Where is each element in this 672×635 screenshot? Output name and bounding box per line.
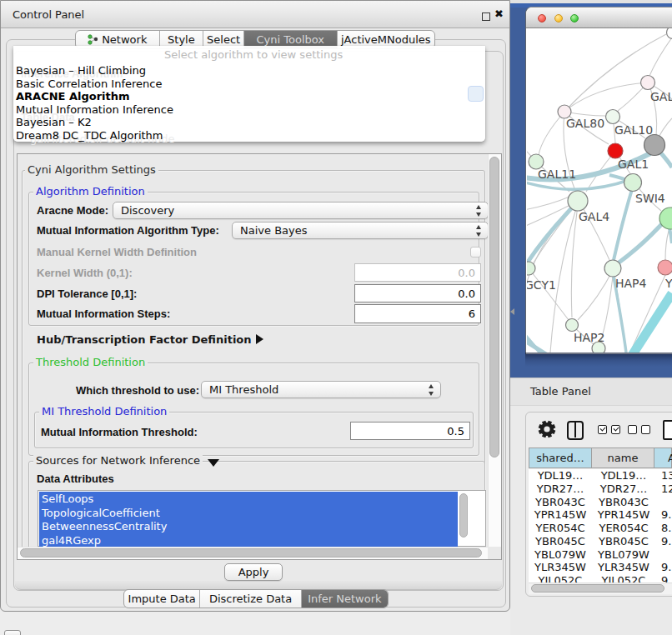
- list-scrollbar-thumb[interactable]: [459, 493, 468, 538]
- node-label: GAL10: [614, 123, 653, 137]
- control-panel-window: Control Panel ✖ Network Style Select Cyn…: [0, 0, 510, 612]
- network-icon: [88, 34, 98, 45]
- kernel-width-field[interactable]: 0.0: [354, 263, 481, 282]
- tab-impute-data[interactable]: Impute Data: [124, 590, 200, 608]
- node-label: GCY1: [527, 278, 556, 292]
- table-row[interactable]: YLR345WYLR345W9.: [529, 561, 672, 574]
- tab-infer-network[interactable]: Infer Network: [302, 590, 388, 608]
- node-label: Y: [664, 277, 672, 290]
- horizontal-scrollbar-thumb[interactable]: [20, 548, 482, 558]
- aracne-mode-combobox[interactable]: Discovery: [113, 202, 488, 219]
- manual-kernel-width-label: Manual Kernel Width Definition: [37, 246, 197, 258]
- table-row[interactable]: YBR045CYBR045C9.: [529, 535, 672, 548]
- column-header-shared-name[interactable]: shared…: [529, 448, 592, 468]
- close-icon[interactable]: ✖: [494, 8, 504, 20]
- collapse-arrow-icon[interactable]: [208, 459, 219, 467]
- popup-item[interactable]: Bayesian – Hill Climbing: [16, 64, 146, 77]
- data-attributes-label: Data Attributes: [37, 472, 114, 485]
- sources-title: Sources for Network Inference: [33, 455, 203, 467]
- network-window-titlebar[interactable]: [526, 8, 672, 28]
- list-item[interactable]: BetweennessCentrality: [42, 520, 167, 532]
- network-node-labels: GAL GAL80 GAL10 GAL1 GAL11 SWI4 GAL4 GCY…: [527, 90, 672, 344]
- algorithm-select-popup: Inference Algorithm Table Data galFilter…: [13, 46, 485, 142]
- popup-item[interactable]: Basic Correlation Inference: [16, 78, 162, 90]
- node-label: HAP4: [615, 277, 647, 290]
- unchecked-checkbox-icon[interactable]: [628, 425, 637, 434]
- node-label: HAP2: [574, 331, 604, 344]
- manual-kernel-width-checkbox[interactable]: [470, 247, 481, 258]
- control-panel-title: Control Panel: [13, 8, 84, 21]
- network-canvas[interactable]: GAL GAL80 GAL10 GAL1 GAL11 SWI4 GAL4 GCY…: [527, 28, 672, 352]
- settings-viewport: Cyni Algorithm Settings Algorithm Defini…: [18, 154, 488, 547]
- table-row[interactable]: YBL079WYBL079W: [529, 548, 672, 561]
- apply-button[interactable]: Apply: [224, 563, 283, 581]
- node-label: GAL11: [538, 168, 576, 181]
- hub-transcription-factor-label: Hub/Transcription Factor Definition: [37, 333, 252, 346]
- node-label: GAL: [650, 90, 672, 103]
- split-view-icon[interactable]: [567, 421, 584, 440]
- algorithm-definition-title: Algorithm Definition: [33, 186, 148, 198]
- popup-item[interactable]: Mutual Information Inference: [16, 103, 173, 116]
- popup-item[interactable]: Dream8 DC_TDC Algorithm: [16, 129, 163, 142]
- aracne-mode-label: Aracne Mode:: [37, 204, 108, 217]
- minimize-traffic-light[interactable]: [554, 14, 563, 22]
- combo-arrows-icon: [475, 205, 483, 217]
- column-header-third[interactable]: A: [654, 448, 672, 468]
- mi-steps-label: Mutual Information Steps:: [37, 308, 170, 320]
- which-threshold-combobox[interactable]: MI Threshold: [201, 381, 441, 398]
- table-hscrollbar-thumb[interactable]: [531, 584, 664, 592]
- mi-threshold-field[interactable]: 0.5: [350, 422, 470, 440]
- popup-item[interactable]: Bayesian – K2: [16, 116, 92, 128]
- combo-arrows-icon: [475, 225, 483, 237]
- mi-steps-field[interactable]: 6: [354, 304, 481, 323]
- list-item[interactable]: gal4RGexp: [42, 534, 101, 547]
- checked-checkbox-icon[interactable]: [598, 425, 607, 434]
- mi-algorithm-type-combobox[interactable]: Naive Bayes: [232, 222, 488, 239]
- network-window-shadow: [525, 352, 672, 367]
- list-item[interactable]: SelfLoops: [42, 492, 93, 505]
- vertical-scrollbar-thumb[interactable]: [489, 157, 499, 458]
- mi-algorithm-type-label: Mutual Information Algorithm Type:: [37, 224, 219, 237]
- unchecked-checkbox-icon[interactable]: [641, 425, 650, 434]
- table-row[interactable]: YDL19…YDL19…13: [529, 469, 672, 482]
- which-threshold-label: Which threshold to use:: [76, 384, 199, 397]
- node-label: GAL1: [618, 158, 649, 171]
- table-rows: YDL19…YDL19…13 YDR27…YDR27…12 YBR043CYBR…: [529, 469, 672, 594]
- table-row[interactable]: YPR145WYPR145W9.: [529, 508, 672, 522]
- data-attributes-list[interactable]: SelfLoops TopologicalCoefficient Between…: [38, 490, 486, 547]
- node-label: GAL4: [579, 210, 609, 223]
- checked-checkbox-icon[interactable]: [611, 425, 620, 434]
- cyni-algorithm-settings-title: Cyni Algorithm Settings: [25, 164, 158, 176]
- gear-icon[interactable]: [537, 419, 557, 439]
- dpi-tolerance-label: DPI Tolerance [0,1]:: [37, 288, 137, 300]
- mi-threshold-label: Mutual Information Threshold:: [41, 426, 198, 438]
- table-row[interactable]: YDR27…YDR27…12: [529, 482, 672, 496]
- close-traffic-light[interactable]: [538, 14, 546, 22]
- kernel-width-label: Kernel Width (0,1):: [37, 267, 133, 279]
- table-panel-title: Table Panel: [530, 385, 591, 398]
- zoom-traffic-light[interactable]: [570, 14, 579, 22]
- splitter-collapse-icon[interactable]: [510, 308, 514, 315]
- dpi-tolerance-field[interactable]: 0.0: [354, 284, 481, 302]
- network-nodes: [527, 28, 672, 352]
- combo-arrows-icon: [428, 384, 435, 396]
- mi-threshold-definition-title: MI Threshold Definition: [39, 406, 169, 418]
- table-row[interactable]: YBR043CYBR043C: [529, 495, 672, 508]
- popup-item-selected[interactable]: ARACNE Algorithm: [16, 90, 130, 102]
- ghost-combo-button: [468, 86, 484, 102]
- document-icon[interactable]: [663, 420, 672, 440]
- cyni-bottom-tabs: Impute Data Discretize Data Infer Networ…: [123, 589, 389, 608]
- node-label: GAL80: [566, 117, 604, 130]
- float-window-icon[interactable]: [482, 12, 490, 21]
- tab-network-label: Network: [102, 33, 147, 46]
- column-header-name[interactable]: name: [591, 448, 654, 468]
- popup-prompt: Select algorithm to view settings: [164, 48, 343, 61]
- expand-arrow-icon[interactable]: [256, 334, 263, 344]
- network-graph: GAL GAL80 GAL10 GAL1 GAL11 SWI4 GAL4 GCY…: [527, 28, 672, 352]
- node-label: SWI4: [635, 192, 665, 205]
- table-row[interactable]: YER054CYER054C8.: [529, 522, 672, 535]
- threshold-definition-title: Threshold Definition: [33, 357, 148, 368]
- docked-panel-icon[interactable]: [4, 630, 21, 635]
- tab-discretize-data[interactable]: Discretize Data: [200, 590, 301, 608]
- list-item[interactable]: TopologicalCoefficient: [42, 507, 160, 519]
